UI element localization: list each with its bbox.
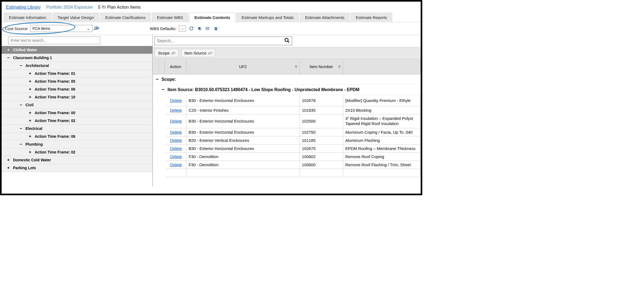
delete-link[interactable]: Delete [170, 162, 182, 167]
expand-icon[interactable]: + [28, 95, 33, 100]
delete-link[interactable]: Delete [170, 154, 182, 159]
tree-row[interactable]: +Action Time Frame: 06 [2, 85, 152, 93]
cell-item-number: 102500 [300, 114, 343, 128]
expand-icon[interactable]: + [6, 47, 11, 52]
tree-row[interactable]: +Action Time Frame: 01 [2, 70, 152, 78]
tree-row[interactable]: +Action Time Frame: 06 [2, 133, 152, 140]
tree-row[interactable]: +Parking Lots [2, 164, 152, 172]
tab-estimate-wbs[interactable]: Estimate WBS [152, 13, 188, 22]
collapse-icon[interactable]: − [6, 55, 11, 60]
expand-icon[interactable]: + [28, 134, 33, 139]
wbs-defaults-select[interactable]: ⌄ [179, 25, 186, 31]
svg-point-7 [206, 28, 206, 28]
delete-link[interactable]: Delete [170, 130, 182, 135]
chip-item-source[interactable]: Item Source △ ▽ [181, 49, 215, 57]
filter-icon[interactable]: ▽ [295, 65, 297, 69]
cost-source-select[interactable]: FCA Items ⌄ [30, 25, 92, 32]
delete-link[interactable]: Delete [170, 108, 182, 113]
collapse-icon[interactable]: − [18, 63, 23, 68]
tree-row[interactable]: −Architectural [2, 62, 152, 70]
grid-search-input[interactable] [157, 39, 276, 43]
copy-icon[interactable] [197, 26, 202, 31]
cell-description: Remove Roof Flashing / Trim, Sheet [343, 161, 421, 169]
cell-uf2: C20 - Interior Finishes [186, 106, 300, 114]
expand-icon[interactable]: + [28, 71, 33, 76]
svg-point-15 [216, 29, 216, 30]
delete-link[interactable]: Delete [170, 138, 182, 143]
grid-header: Action UF2 ▽ Item Number ▽ [153, 59, 421, 74]
cell-action: Delete [166, 95, 186, 106]
tree-search-input[interactable] [8, 37, 100, 44]
delete-link[interactable]: Delete [170, 119, 182, 123]
group-scope[interactable]: − Scope: [153, 74, 421, 85]
svg-point-6 [206, 27, 206, 27]
table-row: DeleteB30 - Exterior Horizontal Enclosur… [166, 128, 421, 136]
expand-icon[interactable]: + [28, 110, 33, 115]
tree-row[interactable]: −Electrical [2, 125, 152, 133]
tree-row-label: Civil [25, 103, 34, 107]
cell-item-number: 101635 [300, 106, 343, 114]
refresh-icon[interactable] [189, 26, 194, 31]
filter-icon[interactable]: ▽ [338, 65, 341, 69]
tab-estimate-markups-totals[interactable]: Estimate Markups and Totals [236, 13, 299, 22]
delete-link[interactable]: Delete [170, 98, 182, 103]
grid-header-desc[interactable] [343, 59, 421, 74]
cost-source-label: Cost Source: [5, 26, 28, 31]
expand-icon[interactable]: + [28, 150, 33, 155]
collapse-icon[interactable]: − [160, 87, 166, 92]
tree-row[interactable]: −Plumbing [2, 140, 152, 148]
chip-scope[interactable]: Scope △ ▽ [154, 49, 178, 57]
cell-uf2: B30 - Exterior Horizontal Enclosures [186, 128, 300, 136]
group-item-source[interactable]: − Item Source: B3010.50.075323 1490474 -… [153, 85, 421, 95]
collapse-icon[interactable]: − [18, 126, 23, 131]
tab-estimate-information[interactable]: Estimate Information [4, 13, 51, 22]
cell-item-number: 100600 [300, 161, 343, 169]
tab-estimate-contents[interactable]: Estimate Contents [189, 13, 236, 22]
cell-item-number: 102675 [300, 145, 343, 152]
table-row: DeleteB30 - Exterior Horizontal Enclosur… [166, 145, 421, 153]
cell-uf2: F30 - Demolition [186, 161, 300, 169]
expand-icon[interactable]: + [28, 118, 33, 123]
grid-header-uf2-label: UF2 [239, 64, 247, 69]
cost-source-value: FCA Items [33, 26, 50, 31]
expand-icon[interactable]: + [28, 87, 33, 92]
tree-row[interactable]: −Classroom Building 1 [2, 54, 152, 62]
breadcrumb-link-portfolio[interactable]: Portfolio 2024 Exposure [46, 5, 93, 9]
tree-row[interactable]: −Civil [2, 101, 152, 109]
tree-row[interactable]: +Action Time Frame: 10 [2, 93, 152, 101]
list-icon[interactable] [205, 26, 210, 31]
tab-estimate-attachments[interactable]: Estimate Attachments [300, 13, 350, 22]
grid-header-uf2[interactable]: UF2 ▽ [186, 59, 300, 74]
eye-slash-icon[interactable] [94, 25, 99, 32]
svg-point-12 [216, 28, 216, 29]
tree-row[interactable]: +Action Time Frame: 02 [2, 117, 152, 125]
grid-header-item-number[interactable]: Item Number ▽ [300, 59, 343, 74]
left-pane: +Chilled Water−Classroom Building 1−Arch… [2, 35, 153, 186]
tree-row[interactable]: +Action Time Frame: 05 [2, 78, 152, 85]
collapse-icon[interactable]: − [18, 103, 23, 107]
cell-item-number: 102678 [300, 95, 343, 106]
search-icon[interactable] [284, 38, 290, 44]
svg-point-17 [285, 38, 288, 41]
calculator-icon[interactable] [213, 26, 218, 31]
delete-link[interactable]: Delete [170, 146, 182, 151]
tab-estimate-reports[interactable]: Estimate Reports [351, 13, 392, 22]
svg-point-11 [215, 28, 215, 29]
tree-row[interactable]: +Action Time Frame: 02 [2, 148, 152, 156]
grid-search-wrap [154, 37, 292, 45]
tree-row[interactable]: +Domestic Cold Water [2, 156, 152, 164]
tree-row[interactable]: +Action Time Frame: 00 [2, 109, 152, 117]
grid: Action UF2 ▽ Item Number ▽ − Scope: [153, 59, 421, 177]
cell-empty [300, 169, 343, 177]
tree-row[interactable]: +Chilled Water [2, 46, 152, 54]
grid-header-action[interactable]: Action [165, 59, 186, 74]
expand-icon[interactable]: + [28, 79, 33, 84]
breadcrumb-link-library[interactable]: Estimating Library [6, 5, 41, 9]
tab-target-value-design[interactable]: Target Value Design [53, 13, 99, 22]
tab-estimate-clarifications[interactable]: Estimate Clarifications [100, 13, 151, 22]
expand-icon[interactable]: + [6, 165, 11, 170]
collapse-icon[interactable]: − [154, 76, 160, 82]
tree-row-label: Action Time Frame: 01 [35, 71, 75, 76]
collapse-icon[interactable]: − [18, 142, 23, 147]
expand-icon[interactable]: + [6, 158, 11, 162]
